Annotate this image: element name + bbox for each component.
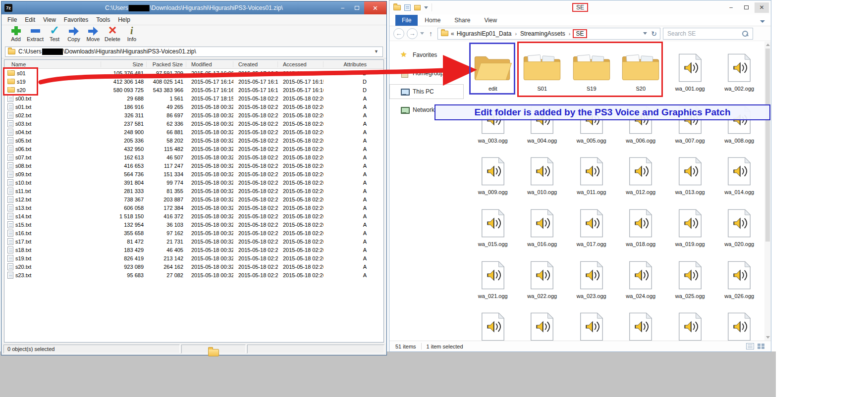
close-button[interactable]: ✕ (364, 1, 386, 14)
file-partially-visible[interactable] (665, 308, 715, 341)
file-wa-014-ogg[interactable]: wa_014.ogg (715, 152, 764, 204)
breadcrumb-se[interactable]: SE (573, 29, 587, 38)
zip-row-s12-txt[interactable]: s12.txt738 367203 8872015-05-18 00:32201… (4, 195, 383, 203)
file-wa-015-ogg[interactable]: wa_015.ogg (468, 204, 518, 256)
folder-s19[interactable]: S19 (567, 49, 616, 101)
column-header-modified[interactable]: Modified (186, 61, 233, 67)
sidebar-this-pc[interactable]: This PC (389, 84, 464, 99)
file-wa-018-ogg[interactable]: wa_018.ogg (616, 204, 666, 256)
file-wa-006-ogg[interactable]: wa_006.ogg (616, 101, 666, 153)
zip-row-s20[interactable]: s20580 093 725543 383 9662015-05-17 16:1… (4, 86, 383, 94)
zip-row-s06-txt[interactable]: s06.txt432 950115 4822015-05-18 00:32201… (4, 145, 383, 153)
zip-row-s16-txt[interactable]: s16.txt355 65897 1622015-05-18 00:322015… (4, 229, 383, 237)
address-dropdown-icon[interactable] (643, 32, 647, 35)
zip-row-s01-txt[interactable]: s01.txt186 91649 2652015-05-18 00:322015… (4, 102, 383, 111)
zip-row-s19-txt[interactable]: s19.txt826 419213 1422015-05-18 00:32201… (4, 254, 383, 262)
maximize-button[interactable] (739, 2, 754, 13)
file-wa-024-ogg[interactable]: wa_024.ogg (616, 256, 666, 308)
column-header-created[interactable]: Created (233, 61, 278, 67)
file-wa-011-ogg[interactable]: wa_011.ogg (567, 152, 616, 204)
zip-row-s01[interactable]: s01105 376 48197 591 7092015-05-17 16:08… (4, 69, 383, 77)
file-wa-012-ogg[interactable]: wa_012.ogg (616, 152, 666, 204)
file-wa-005-ogg[interactable]: wa_005.ogg (567, 101, 616, 153)
file-partially-visible[interactable] (468, 308, 518, 341)
minimize-button[interactable]: – (335, 1, 350, 14)
back-button[interactable]: ← (393, 28, 404, 39)
file-wa-004-ogg[interactable]: wa_004.ogg (518, 101, 567, 153)
column-header-name[interactable]: Name (4, 61, 101, 67)
scrollbar-thumb[interactable] (765, 49, 770, 242)
zip-row-s03-txt[interactable]: s03.txt237 58162 3362015-05-18 00:322015… (4, 119, 383, 128)
column-header-size[interactable]: Size (101, 61, 147, 67)
zip-row-s08-txt[interactable]: s08.txt416 653117 2472015-05-18 00:32201… (4, 161, 383, 170)
vertical-scrollbar[interactable] (764, 42, 771, 341)
ribbon-expand-icon[interactable] (760, 20, 765, 23)
zip-row-s10-txt[interactable]: s10.txt391 80499 7742015-05-18 00:322015… (4, 178, 383, 187)
refresh-icon[interactable] (651, 30, 657, 38)
move-button[interactable]: Move (84, 25, 103, 42)
file-wa-003-ogg[interactable]: wa_003.ogg (468, 101, 518, 153)
file-wa-008-ogg[interactable]: wa_008.ogg (715, 101, 764, 153)
file-wa-001-ogg[interactable]: wa_001.ogg (665, 49, 715, 101)
thumbnails-view-icon[interactable] (757, 343, 765, 349)
qat-properties-icon[interactable] (404, 4, 411, 11)
breadcrumb-streamingassets[interactable]: StreamingAssets (519, 30, 566, 38)
qat-dropdown-icon[interactable] (424, 6, 428, 9)
zip-row-s05-txt[interactable]: s05.txt205 33658 2022015-05-18 00:322015… (4, 136, 383, 145)
menu-help[interactable]: Help (114, 15, 134, 24)
details-view-icon[interactable] (746, 343, 754, 349)
menu-edit[interactable]: Edit (21, 15, 39, 24)
address-bar[interactable]: C:\Users\Downloads\Higurashi\HigurashiPS… (5, 47, 383, 57)
file-wa-020-ogg[interactable]: wa_020.ogg (715, 204, 764, 256)
explorer-titlebar[interactable]: SE – ✕ (389, 0, 771, 14)
tab-home[interactable]: Home (418, 15, 447, 26)
zip-row-s02-txt[interactable]: s02.txt326 31186 6972015-05-18 00:322015… (4, 111, 383, 119)
taskbar-folder-icon[interactable] (208, 349, 219, 356)
file-wa-025-ogg[interactable]: wa_025.ogg (665, 256, 715, 308)
file-wa-026-ogg[interactable]: wa_026.ogg (715, 256, 764, 308)
copy-button[interactable]: Copy (64, 25, 83, 42)
menu-view[interactable]: View (39, 15, 60, 24)
sidebar-favorites[interactable]: Favorites (389, 48, 468, 62)
file-partially-visible[interactable] (715, 308, 764, 341)
address-bar[interactable]: «HigurashiEp01_Data›StreamingAssets›SE (437, 28, 660, 40)
search-input[interactable] (667, 30, 737, 37)
file-wa-017-ogg[interactable]: wa_017.ogg (567, 204, 616, 256)
menu-favorites[interactable]: Favorites (60, 15, 92, 24)
add-button[interactable]: Add (6, 25, 25, 42)
close-button[interactable]: ✕ (755, 2, 769, 13)
zip-row-s00-txt[interactable]: s00.txt29 6881 5612015-05-17 18:152015-0… (4, 94, 383, 102)
file-wa-022-ogg[interactable]: wa_022.ogg (518, 256, 567, 308)
up-button[interactable]: ↑ (427, 30, 435, 38)
minimize-button[interactable]: – (724, 2, 738, 13)
file-wa-010-ogg[interactable]: wa_010.ogg (518, 152, 567, 204)
zip-row-s07-txt[interactable]: s07.txt162 61346 5072015-05-18 00:322015… (4, 153, 383, 161)
zip-row-s14-txt[interactable]: s14.txt1 518 150416 3722015-05-18 00:322… (4, 212, 383, 220)
column-header-accessed[interactable]: Accessed (278, 61, 324, 67)
sidebar-homegroup[interactable]: Homegroup (389, 66, 468, 81)
file-partially-visible[interactable] (567, 308, 616, 341)
column-header-attributes[interactable]: Attributes (324, 61, 383, 67)
zip-row-s17-txt[interactable]: s17.txt81 47221 7312015-05-18 00:322015-… (4, 237, 383, 246)
file-wa-009-ogg[interactable]: wa_009.ogg (468, 152, 518, 204)
zip-row-s11-txt[interactable]: s11.txt281 33381 3552015-05-18 00:322015… (4, 187, 383, 195)
sidebar-network[interactable]: Network (389, 102, 468, 117)
file-partially-visible[interactable] (616, 308, 666, 341)
breadcrumb-collapsed[interactable]: « (451, 30, 454, 37)
maximize-button[interactable] (350, 1, 364, 14)
zip-row-s09-txt[interactable]: s09.txt564 736151 3342015-05-18 00:32201… (4, 170, 383, 178)
zip-row-s18-txt[interactable]: s18.txt183 42946 4052015-05-18 00:322015… (4, 246, 383, 254)
folder-s01[interactable]: S01 (518, 49, 567, 101)
file-wa-002-ogg[interactable]: wa_002.ogg (715, 49, 764, 101)
info-button[interactable]: Info (122, 25, 141, 42)
column-header-packed-size[interactable]: Packed Size (147, 61, 186, 67)
file-wa-021-ogg[interactable]: wa_021.ogg (468, 256, 518, 308)
zip-row-s15-txt[interactable]: s15.txt132 95436 1032015-05-18 00:322015… (4, 220, 383, 229)
file-wa-016-ogg[interactable]: wa_016.ogg (518, 204, 567, 256)
tab-view[interactable]: View (477, 15, 504, 26)
forward-button[interactable]: → (407, 28, 418, 39)
file-wa-023-ogg[interactable]: wa_023.ogg (567, 256, 616, 308)
zip-row-s19[interactable]: s19412 306 148408 025 1412015-05-17 16:1… (4, 77, 383, 86)
tab-share[interactable]: Share (447, 15, 477, 26)
tab-file[interactable]: File (395, 15, 418, 26)
